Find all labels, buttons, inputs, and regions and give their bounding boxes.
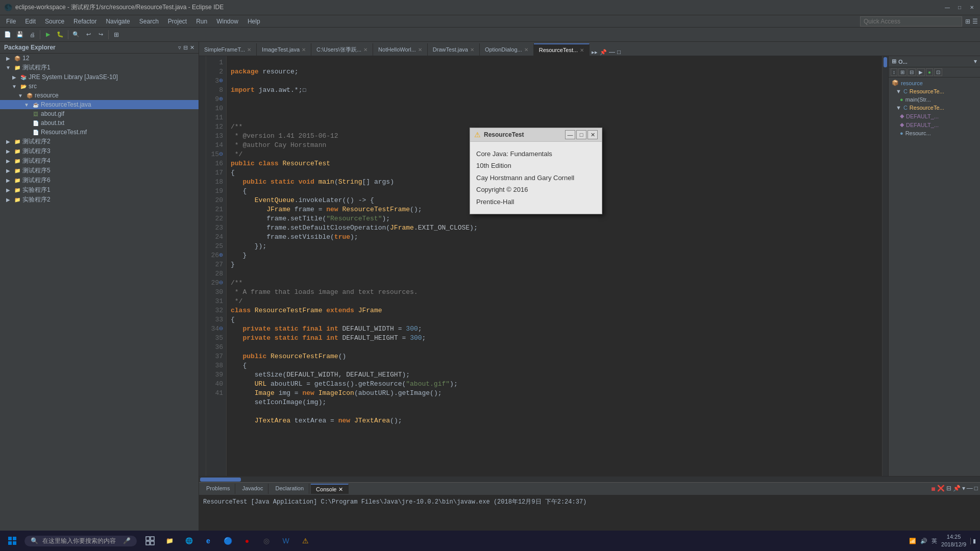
debug-btn[interactable]: 🐛 (55, 29, 66, 40)
taskbar-search-box[interactable]: 🔍 在这里输入你要搜索的内容 🎤 (24, 536, 137, 546)
taskbar-clock[interactable]: 14:25 2018/12/9 (941, 533, 966, 549)
outline-btn5[interactable]: ● (926, 68, 933, 76)
bottom-tab-problems[interactable]: Problems (201, 484, 235, 494)
close-btn[interactable]: ✕ (968, 4, 976, 12)
outline-btn6[interactable]: ⊡ (934, 68, 942, 76)
redo-btn[interactable]: ↪ (95, 29, 106, 40)
list-item[interactable]: ▶ 📁 实验程序1 (0, 185, 199, 195)
tab-close-icon[interactable]: ✕ (524, 47, 528, 53)
dialog-max-btn[interactable]: □ (576, 130, 586, 139)
list-item[interactable]: ▼ 📦 resource (0, 91, 199, 100)
maximize-editor-btn[interactable]: □ (617, 48, 621, 56)
menu-edit[interactable]: Edit (21, 17, 40, 26)
menu-navigate[interactable]: Navigate (102, 17, 134, 26)
list-item[interactable]: ▼ 📁 测试程序1 (0, 63, 199, 72)
menu-window[interactable]: Window (212, 17, 242, 26)
list-item[interactable]: ▶ 📁 测试程序4 (0, 156, 199, 166)
perspective-btn[interactable]: ⊞ (111, 29, 122, 40)
outline-item[interactable]: ◆ DEFAULT_... (890, 112, 979, 120)
console-min-btn[interactable]: — (967, 485, 973, 493)
outline-item[interactable]: ▼ C ResourceTe... (890, 104, 979, 112)
menu-file[interactable]: File (2, 17, 20, 26)
console-btn2[interactable]: ⊟ (946, 485, 951, 493)
list-item[interactable]: ▶ 📚 JRE System Library [JavaSE-10] (0, 72, 199, 82)
file-explorer-btn[interactable]: 📁 (160, 532, 179, 550)
search-btn[interactable]: 🔍 (70, 29, 82, 40)
start-button[interactable] (2, 531, 22, 551)
network-icon[interactable]: 📶 (909, 538, 916, 544)
list-item[interactable]: ▶ 📁 测试程序5 (0, 166, 199, 176)
pin-btn[interactable]: 📌 (600, 49, 607, 56)
tab-close-icon[interactable]: ✕ (470, 47, 474, 53)
bottom-tab-console[interactable]: Console ✕ (311, 484, 348, 494)
bottom-tab-javadoc[interactable]: Javadoc (237, 484, 268, 494)
outline-item[interactable]: ● main(Str... (890, 95, 979, 104)
list-item[interactable]: 🖼 about.gif (0, 109, 199, 118)
ime-icon[interactable]: 英 (932, 537, 937, 545)
tab-optiondialog[interactable]: OptionDialog... ✕ (480, 43, 534, 56)
tab-simpleframet[interactable]: SimpleFrameT... ✕ (199, 43, 257, 56)
new-btn[interactable]: 📄 (2, 29, 13, 40)
bottom-tab-declaration[interactable]: Declaration (270, 484, 309, 494)
console-menu-btn[interactable]: ▾ (962, 485, 965, 493)
run-btn[interactable]: ▶ (42, 29, 54, 40)
menu-run[interactable]: Run (192, 17, 211, 26)
vertical-scrollbar[interactable] (882, 56, 888, 476)
pkg-close-btn[interactable]: ✕ (190, 44, 194, 51)
minimize-editor-btn[interactable]: — (609, 48, 615, 56)
list-item[interactable]: ▶ 📁 测试程序3 (0, 146, 199, 156)
tab-close-icon[interactable]: ✕ (418, 47, 422, 53)
code-editor-text[interactable]: package resource; import java.awt.*;☐ /*… (227, 56, 882, 476)
print-btn[interactable]: 🖨 (27, 29, 38, 40)
app3-btn[interactable]: ◎ (257, 532, 276, 550)
toolbar-icon2[interactable]: ☰ (972, 18, 978, 25)
pkg-collapse-btn[interactable]: ▿ (178, 44, 181, 51)
list-item[interactable]: 📄 ResourceTest.mf (0, 128, 199, 137)
horizontal-scrollbar[interactable] (199, 476, 980, 482)
list-item[interactable]: ▼ ☕ ResourceTest.java (0, 100, 199, 109)
menu-source[interactable]: Source (41, 17, 68, 26)
outline-item[interactable]: ● Resourc... (890, 129, 979, 137)
outline-item[interactable]: ◆ DEFAULT_... (890, 120, 979, 129)
tab-drawtest[interactable]: DrawTest.java ✕ (428, 43, 480, 56)
outline-btn3[interactable]: ⊟ (908, 68, 916, 76)
menu-refactor[interactable]: Refactor (69, 17, 101, 26)
pkg-menu-btn[interactable]: ⊟ (183, 44, 188, 51)
tab-close-icon[interactable]: ✕ (580, 47, 584, 53)
console-pin-btn[interactable]: 📌 (953, 485, 961, 493)
dialog-close-btn[interactable]: ✕ (587, 130, 598, 139)
outline-btn4[interactable]: ▶ (917, 68, 925, 76)
outline-btn2[interactable]: ⊞ (898, 68, 906, 76)
outline-item[interactable]: 📦 resource (890, 79, 979, 87)
save-btn[interactable]: 💾 (14, 29, 26, 40)
tab-nothelloworld[interactable]: NotHelloWorl... ✕ (373, 43, 428, 56)
ie-btn[interactable]: e (199, 532, 217, 550)
app4-btn[interactable]: W (277, 532, 295, 550)
edge-btn[interactable]: 🌐 (180, 532, 198, 550)
tab-close-icon[interactable]: ✕ (247, 47, 251, 53)
app5-btn[interactable]: ⚠ (296, 532, 314, 550)
show-desktop-btn[interactable]: ▮ (970, 538, 976, 544)
list-item[interactable]: ▼ 📂 src (0, 82, 199, 91)
console-stop-btn[interactable]: ■ (931, 485, 935, 493)
menu-search[interactable]: Search (135, 17, 163, 26)
undo-btn[interactable]: ↩ (83, 29, 94, 40)
tab-resourcetest[interactable]: ResourceTest... ✕ (534, 43, 590, 56)
outline-item[interactable]: ▼ C ResourceTe... (890, 87, 979, 95)
app2-btn[interactable]: ● (238, 532, 256, 550)
tab-close-icon[interactable]: ✕ (302, 47, 306, 53)
list-item[interactable]: ▶ 📁 测试程序6 (0, 176, 199, 185)
toolbar-icon1[interactable]: ⊞ (965, 18, 970, 25)
tab-imagetest[interactable]: ImageTest.java ✕ (257, 43, 311, 56)
list-item[interactable]: ▶ 📦 12 (0, 54, 199, 63)
menu-project[interactable]: Project (164, 17, 191, 26)
quick-access-input[interactable] (860, 16, 962, 27)
tab-close-icon[interactable]: ✕ (363, 47, 368, 53)
tab-overflow-btn[interactable]: ▸▸ (592, 49, 598, 56)
volume-icon[interactable]: 🔊 (920, 538, 927, 544)
list-item[interactable]: 📄 about.txt (0, 118, 199, 128)
menu-help[interactable]: Help (243, 17, 264, 26)
console-max-btn[interactable]: □ (974, 485, 978, 493)
tab-cpath[interactable]: C:\Users\张季跃... ✕ (311, 43, 373, 56)
taskview-btn[interactable] (141, 532, 159, 550)
